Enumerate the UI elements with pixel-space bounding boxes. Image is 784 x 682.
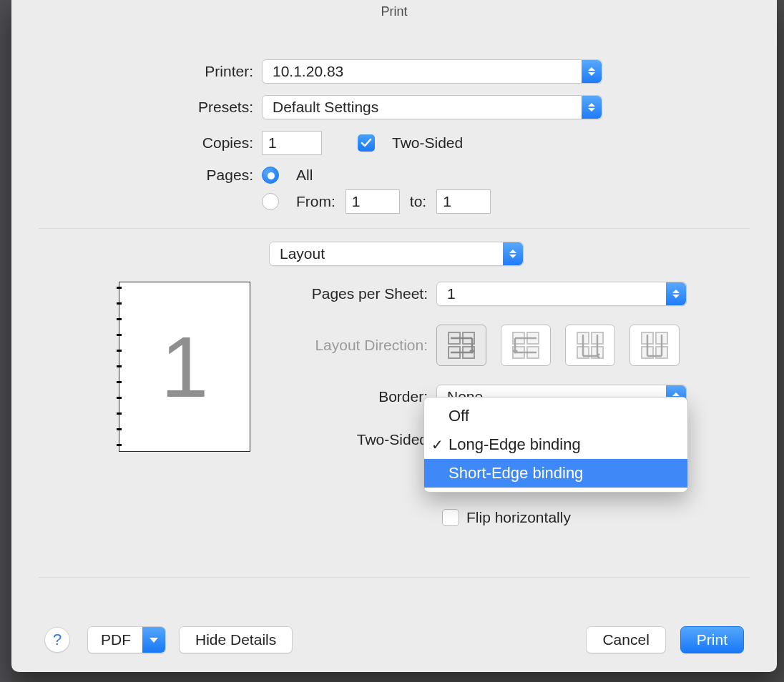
pages-range-radio[interactable] xyxy=(262,193,279,210)
pps-popup[interactable]: 1 xyxy=(436,282,687,306)
two-sided-menu: Off Long-Edge binding Short-Edge binding xyxy=(423,397,688,493)
updown-icon xyxy=(503,242,523,265)
two-sided-option-short-edge[interactable]: Short-Edge binding xyxy=(424,459,687,488)
pages-all-label: All xyxy=(296,167,313,184)
presets-popup[interactable]: Default Settings xyxy=(262,95,602,119)
pdf-menu-button[interactable]: PDF xyxy=(87,626,166,653)
presets-label: Presets: xyxy=(11,99,262,116)
flip-horizontally-label: Flip horizontally xyxy=(466,509,571,526)
presets-value: Default Settings xyxy=(273,99,378,116)
printer-value: 10.1.20.83 xyxy=(273,63,343,80)
backdrop-left xyxy=(0,0,11,682)
pages-label: Pages: xyxy=(11,167,262,184)
cancel-button[interactable]: Cancel xyxy=(586,626,665,653)
two-sided-label: Two-Sided xyxy=(392,134,463,152)
preview-page-number: 1 xyxy=(161,317,209,416)
help-button[interactable]: ? xyxy=(44,627,70,653)
pages-to-input[interactable] xyxy=(436,189,491,214)
layout-dir-4[interactable] xyxy=(629,325,680,366)
pages-to-label: to: xyxy=(410,193,426,210)
section-value: Layout xyxy=(280,245,325,262)
print-dialog: Print Printer: 10.1.20.83 Presets: Defau… xyxy=(11,0,777,672)
layout-direction-label: Layout Direction: xyxy=(279,337,436,354)
dialog-title: Print xyxy=(11,0,777,19)
updown-icon xyxy=(582,60,602,83)
divider-bottom xyxy=(39,577,750,578)
copies-label: Copies: xyxy=(11,134,262,152)
two-sided-checkbox[interactable] xyxy=(358,134,375,152)
pps-value: 1 xyxy=(447,285,456,302)
chevron-down-icon xyxy=(142,627,165,653)
flip-horizontally-checkbox[interactable] xyxy=(442,509,459,526)
dialog-footer: ? PDF Hide Details Cancel Print xyxy=(11,626,777,653)
updown-icon xyxy=(666,282,686,305)
help-icon: ? xyxy=(53,631,62,649)
hide-details-button[interactable]: Hide Details xyxy=(179,626,293,653)
border-label: Border: xyxy=(279,388,436,405)
pages-from-input[interactable] xyxy=(346,189,400,214)
page-preview: 1 xyxy=(119,282,250,452)
layout-dir-2[interactable] xyxy=(501,325,551,366)
pdf-label: PDF xyxy=(88,631,142,648)
pages-from-label: From: xyxy=(296,193,335,210)
binding-marks-icon xyxy=(119,282,119,451)
print-button[interactable]: Print xyxy=(680,626,744,653)
layout-dir-3[interactable] xyxy=(565,325,615,366)
updown-icon xyxy=(582,96,602,119)
layout-dir-1[interactable] xyxy=(436,325,486,366)
copies-input[interactable] xyxy=(262,131,322,155)
pps-label: Pages per Sheet: xyxy=(279,285,436,302)
two-sided-option-off[interactable]: Off xyxy=(424,402,687,430)
pages-all-radio[interactable] xyxy=(262,167,279,184)
section-popup[interactable]: Layout xyxy=(269,242,524,266)
layout-direction-group xyxy=(436,325,680,366)
two-sided2-label: Two-Sided xyxy=(279,431,436,448)
two-sided-option-long-edge[interactable]: Long-Edge binding xyxy=(424,430,687,459)
divider xyxy=(39,228,750,229)
printer-label: Printer: xyxy=(11,63,262,80)
printer-popup[interactable]: 10.1.20.83 xyxy=(262,59,602,84)
